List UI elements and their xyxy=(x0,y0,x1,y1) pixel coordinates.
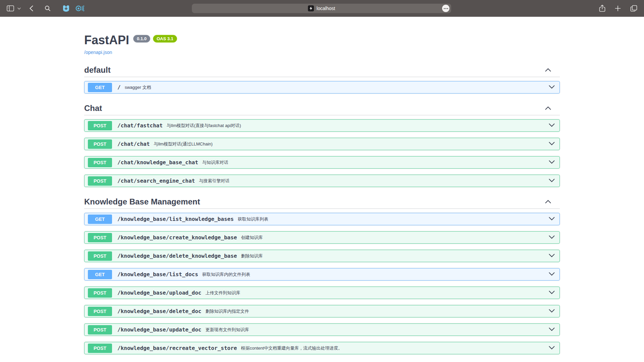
tabs-icon xyxy=(630,5,637,12)
search-button[interactable] xyxy=(43,4,52,13)
share-button[interactable] xyxy=(598,3,607,13)
section-collapse-button[interactable] xyxy=(545,68,560,73)
endpoint-row[interactable]: POST /knowledge_base/delete_knowledge_ba… xyxy=(84,250,560,262)
endpoint-row[interactable]: POST /knowledge_base/recreate_vector_sto… xyxy=(84,342,560,354)
endpoint-row[interactable]: POST /knowledge_base/delete_doc 删除知识库内指定… xyxy=(84,305,560,317)
shield-download-icon xyxy=(62,4,70,12)
expand-operation-button[interactable] xyxy=(547,85,556,90)
api-section: Chat POST /chat/fastchat 与llm模型对话(直接与fas… xyxy=(84,104,560,187)
endpoint-row[interactable]: POST /knowledge_base/create_knowledge_ba… xyxy=(84,231,560,244)
chevron-down-icon xyxy=(549,290,555,295)
http-method-badge: POST xyxy=(88,344,112,353)
share-icon xyxy=(599,5,605,12)
operations-list: GET /knowledge_base/list_knowledge_bases… xyxy=(84,213,560,354)
tab-overview-button[interactable] xyxy=(629,4,639,13)
section-header[interactable]: default xyxy=(84,65,560,77)
endpoint-path: /knowledge_base/update_doc xyxy=(117,326,201,333)
api-sections: default GET / swagger 文档 Chat xyxy=(84,65,560,354)
chevron-down-icon xyxy=(549,123,555,128)
chevron-down-icon xyxy=(549,327,555,332)
address-bar[interactable]: localhost xyxy=(192,4,451,13)
version-badge: 0.1.0 xyxy=(133,35,150,43)
endpoint-path: /knowledge_base/delete_doc xyxy=(117,308,201,314)
chevron-down-icon xyxy=(549,272,555,277)
endpoint-summary: 创建知识库 xyxy=(241,235,263,241)
endpoint-row[interactable]: POST /chat/knowledge_base_chat 与知识库对话 xyxy=(84,156,560,169)
chevron-up-icon xyxy=(545,199,551,204)
expand-operation-button[interactable] xyxy=(547,235,556,240)
expand-operation-button[interactable] xyxy=(547,123,556,128)
endpoint-path: /knowledge_base/list_docs xyxy=(117,271,198,278)
endpoint-row[interactable]: POST /chat/fastchat 与llm模型对话(直接与fastchat… xyxy=(84,119,560,132)
back-button[interactable] xyxy=(28,4,35,13)
swagger-page: FastAPI 0.1.0 OAS 3.1 /openapi.json defa… xyxy=(0,17,644,362)
endpoint-summary: 根据content中文档重建向量库，流式输出处理进度。 xyxy=(241,345,342,351)
endpoint-row[interactable]: GET /knowledge_base/list_docs 获取知识库内的文件列… xyxy=(84,268,560,281)
oas-badge: OAS 3.1 xyxy=(153,35,177,43)
endpoint-summary: 与llm模型对话(直接与fastchat api对话) xyxy=(167,123,241,129)
expand-operation-button[interactable] xyxy=(547,272,556,277)
chevron-up-icon xyxy=(545,68,551,73)
expand-operation-button[interactable] xyxy=(547,160,556,165)
endpoint-summary: 获取知识库内的文件列表 xyxy=(202,272,250,278)
endpoint-row[interactable]: POST /knowledge_base/update_doc 更新现有文件到知… xyxy=(84,323,560,336)
plus-icon xyxy=(615,5,621,11)
chevron-down-icon xyxy=(549,217,555,222)
browser-toolbar: localhost xyxy=(0,0,644,17)
http-method-badge: POST xyxy=(88,176,112,186)
expand-operation-button[interactable] xyxy=(547,217,556,222)
endpoint-summary: 删除知识库 xyxy=(241,253,263,259)
endpoint-row[interactable]: POST /knowledge_base/upload_doc 上传文件到知识库 xyxy=(84,287,560,299)
expand-operation-button[interactable] xyxy=(547,327,556,332)
section-collapse-button[interactable] xyxy=(545,106,560,111)
endpoint-path: /chat/search_engine_chat xyxy=(117,178,195,184)
section-title: Chat xyxy=(84,104,102,113)
endpoint-row[interactable]: POST /chat/chat 与llm模型对话(通过LLMChain) xyxy=(84,138,560,150)
chevron-down-icon xyxy=(549,235,555,240)
chevron-down-icon xyxy=(549,160,555,165)
chevron-down-icon xyxy=(549,178,555,183)
endpoint-path: /chat/fastchat xyxy=(117,122,163,129)
expand-operation-button[interactable] xyxy=(547,290,556,295)
circle-star-broadcast-icon xyxy=(75,5,84,12)
expand-operation-button[interactable] xyxy=(547,253,556,258)
section-collapse-button[interactable] xyxy=(545,199,560,204)
endpoint-row[interactable]: GET / swagger 文档 xyxy=(84,81,560,94)
sidebar-menu-chevron-button[interactable] xyxy=(16,6,22,11)
chevron-up-icon xyxy=(545,106,551,111)
section-header[interactable]: Knowledge Base Management xyxy=(84,197,560,209)
chevron-down-icon xyxy=(549,85,555,90)
endpoint-summary: 更新现有文件到知识库 xyxy=(205,327,249,333)
http-method-badge: POST xyxy=(88,158,112,167)
endpoint-summary: 与知识库对话 xyxy=(202,160,228,166)
extension-live-button[interactable] xyxy=(74,3,86,13)
openapi-spec-link[interactable]: /openapi.json xyxy=(84,50,112,55)
expand-operation-button[interactable] xyxy=(547,178,556,183)
section-title: Knowledge Base Management xyxy=(84,197,200,206)
chevron-down-icon xyxy=(549,309,555,314)
http-method-badge: POST xyxy=(88,307,112,316)
sidebar-toggle-button[interactable] xyxy=(5,4,15,13)
endpoint-summary: 上传文件到知识库 xyxy=(205,290,240,296)
expand-operation-button[interactable] xyxy=(547,141,556,146)
page-settings-button[interactable] xyxy=(442,5,449,12)
chevron-down-icon xyxy=(549,346,555,351)
expand-operation-button[interactable] xyxy=(547,346,556,351)
section-header[interactable]: Chat xyxy=(84,104,560,115)
api-info: FastAPI 0.1.0 OAS 3.1 /openapi.json xyxy=(84,34,560,55)
url-text: localhost xyxy=(317,6,335,11)
search-icon xyxy=(45,5,51,11)
endpoint-path: /knowledge_base/upload_doc xyxy=(117,290,201,296)
new-tab-button[interactable] xyxy=(613,4,622,13)
api-section: Knowledge Base Management GET /knowledge… xyxy=(84,197,560,354)
http-method-badge: POST xyxy=(88,251,112,261)
chevron-down-icon xyxy=(17,7,21,10)
endpoint-row[interactable]: POST /chat/search_engine_chat 与搜索引擎对话 xyxy=(84,175,560,187)
endpoint-summary: 与llm模型对话(通过LLMChain) xyxy=(154,141,213,147)
page-title: FastAPI xyxy=(84,34,129,47)
endpoint-row[interactable]: GET /knowledge_base/list_knowledge_bases… xyxy=(84,213,560,225)
expand-operation-button[interactable] xyxy=(547,309,556,314)
extension-downloader-button[interactable] xyxy=(61,3,71,14)
operations-list: GET / swagger 文档 xyxy=(84,81,560,94)
http-method-badge: POST xyxy=(88,233,112,242)
